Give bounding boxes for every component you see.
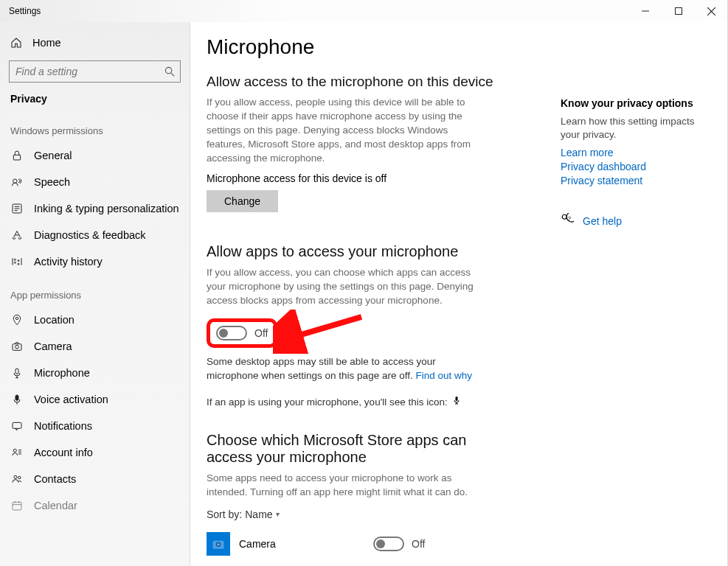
sort-by[interactable]: Sort by: Name ▾	[207, 509, 531, 520]
app-toggle-camera[interactable]	[373, 537, 404, 551]
apps-access-toggle[interactable]	[216, 326, 247, 340]
mic-indicator-icon	[452, 395, 461, 410]
arrow-annotation	[273, 310, 369, 354]
svg-point-44	[217, 543, 219, 545]
svg-point-32	[14, 475, 17, 478]
device-access-status: Microphone access for this device is off	[207, 172, 531, 184]
find-out-why-link[interactable]: Find out why	[415, 370, 472, 381]
section-heading-device-access: Allow access to the microphone on this d…	[207, 74, 531, 90]
notifications-icon	[10, 420, 24, 432]
search-wrap	[9, 60, 181, 83]
svg-line-38	[291, 317, 361, 338]
page-title: Microphone	[207, 35, 712, 59]
titlebar: Settings	[0, 0, 728, 22]
sidebar-item-speech[interactable]: Speech	[0, 169, 190, 195]
sidebar-item-inking[interactable]: Inking & typing personalization	[0, 195, 190, 222]
sidebar-item-label: Activity history	[34, 256, 103, 268]
change-button[interactable]: Change	[207, 190, 278, 212]
related-heading: Know your privacy options	[561, 97, 712, 109]
voice-activation-icon	[10, 394, 24, 405]
chevron-down-icon: ▾	[276, 510, 280, 518]
related-text: Learn how this setting impacts your priv…	[561, 115, 712, 141]
svg-point-46	[562, 214, 566, 219]
section-heading-apps-access: Allow apps to access your microphone	[207, 243, 531, 260]
note-desktop-apps: Some desktop apps may still be able to a…	[207, 355, 487, 383]
svg-point-4	[165, 67, 171, 73]
calendar-icon	[10, 500, 24, 511]
apps-access-toggle-label: Off	[254, 327, 268, 339]
svg-line-5	[171, 73, 174, 76]
sidebar-item-voice-activation[interactable]: Voice activation	[0, 386, 190, 413]
app-row-camera: Camera Off	[207, 529, 531, 563]
sidebar-item-label: Calendar	[34, 500, 77, 511]
sidebar-item-camera[interactable]: Camera	[0, 333, 190, 360]
app-row-cortana: Cortana Off	[207, 563, 531, 566]
svg-rect-27	[13, 422, 21, 428]
home-label: Home	[32, 37, 61, 49]
help-icon: ?	[561, 213, 574, 228]
home-nav[interactable]: Home	[0, 31, 190, 55]
sidebar-item-activity-history[interactable]: Activity history	[0, 248, 190, 275]
sidebar-item-label: Voice activation	[34, 394, 108, 405]
window-controls	[628, 0, 728, 22]
svg-rect-25	[15, 395, 18, 400]
svg-point-7	[13, 179, 17, 183]
speech-icon	[10, 176, 24, 188]
svg-point-17	[18, 260, 19, 262]
svg-point-19	[15, 317, 18, 319]
minimize-button[interactable]	[628, 0, 662, 22]
icon-line: If an app is using your microphone, you'…	[207, 395, 487, 410]
sidebar-item-label: General	[34, 150, 72, 161]
svg-point-16	[14, 262, 15, 263]
sidebar-item-label: Contacts	[34, 473, 76, 485]
maximize-button[interactable]	[662, 0, 695, 22]
link-privacy-statement[interactable]: Privacy statement	[561, 175, 712, 186]
location-icon	[10, 314, 24, 326]
search-icon	[164, 66, 175, 79]
svg-rect-6	[13, 155, 20, 160]
window-title: Settings	[0, 6, 41, 16]
link-learn-more[interactable]: Learn more	[561, 147, 712, 158]
svg-point-28	[13, 449, 16, 452]
sidebar-item-account-info[interactable]: Account info	[0, 439, 190, 466]
contacts-icon	[10, 473, 24, 485]
related-panel: Know your privacy options Learn how this…	[561, 69, 712, 566]
diagnostics-icon	[10, 229, 24, 241]
get-help[interactable]: ? Get help	[561, 213, 712, 228]
section-heading-store-apps: Choose which Microsoft Store apps can ac…	[207, 432, 487, 466]
content-column: Allow access to the microphone on this d…	[207, 69, 531, 566]
svg-rect-1	[675, 8, 682, 15]
sidebar-item-calendar[interactable]: Calendar	[0, 492, 190, 519]
sidebar-item-notifications[interactable]: Notifications	[0, 413, 190, 439]
activity-icon	[10, 256, 24, 268]
desc-device-access: If you allow access, people using this d…	[207, 96, 487, 165]
inking-icon	[10, 203, 24, 214]
main-content: Microphone Allow access to the microphon…	[190, 22, 728, 566]
sidebar-item-general[interactable]: General	[0, 142, 190, 169]
sidebar-item-label: Account info	[34, 447, 93, 458]
sidebar-item-location[interactable]: Location	[0, 307, 190, 333]
home-icon	[10, 37, 22, 49]
section-app-permissions: App permissions	[0, 275, 190, 307]
svg-point-33	[18, 476, 21, 478]
sidebar-item-label: Inking & typing personalization	[34, 203, 179, 214]
current-page-label: Privacy	[0, 87, 190, 111]
account-info-icon	[10, 447, 24, 458]
search-input[interactable]	[9, 60, 181, 83]
section-windows-permissions: Windows permissions	[0, 111, 190, 142]
sidebar-item-label: Speech	[34, 176, 70, 188]
desc-apps-access: If you allow access, you can choose whic…	[207, 266, 487, 308]
close-button[interactable]	[695, 0, 728, 22]
sidebar-item-contacts[interactable]: Contacts	[0, 466, 190, 492]
microphone-icon	[10, 367, 24, 379]
svg-rect-22	[15, 368, 18, 374]
sidebar-item-diagnostics[interactable]: Diagnostics & feedback	[0, 222, 190, 248]
desc-store-apps: Some apps need to access your microphone…	[207, 472, 487, 500]
lock-icon	[10, 150, 24, 161]
link-privacy-dashboard[interactable]: Privacy dashboard	[561, 161, 712, 172]
highlight-annotation: Off	[207, 318, 277, 348]
sidebar-item-label: Camera	[34, 340, 72, 352]
sidebar-item-microphone[interactable]: Microphone	[0, 360, 190, 386]
sidebar-item-label: Microphone	[34, 367, 90, 379]
app-name: Camera	[239, 538, 364, 550]
